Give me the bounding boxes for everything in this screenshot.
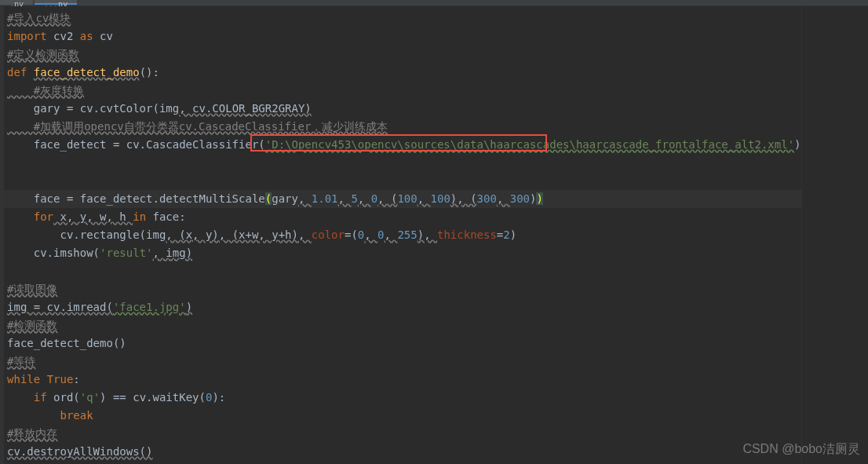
args: , (x, y) xyxy=(166,228,218,241)
comment: #导入cv模块 xyxy=(7,12,71,24)
kw-while: while xyxy=(7,373,47,385)
code: ord( xyxy=(47,391,80,404)
sep: , xyxy=(298,192,312,205)
sep: ), xyxy=(418,228,437,241)
sep: , xyxy=(418,192,431,205)
code: face = face_detect.detectMultiScale xyxy=(7,192,265,205)
indent xyxy=(7,409,60,422)
paren: ) xyxy=(794,138,801,151)
minimap[interactable] xyxy=(801,6,868,464)
iter: face: xyxy=(146,210,186,223)
alias-cv: cv xyxy=(93,30,113,42)
sep: , xyxy=(358,192,371,205)
kwarg-thickness: thickness xyxy=(437,228,497,241)
num: 1.01 xyxy=(312,192,338,205)
colon: : xyxy=(73,373,79,385)
comment: #灰度转换 xyxy=(7,84,84,97)
sep: , xyxy=(298,228,312,241)
code: ) == cv.waitKey( xyxy=(100,391,206,404)
call: cv.destroyAllWindows() xyxy=(7,445,152,458)
string: 'q' xyxy=(80,391,100,404)
num: 255 xyxy=(397,228,417,241)
code: face_detect = cv.CascadeClassifier( xyxy=(7,138,265,151)
code: , cv.COLOR_BGR2GRAY) xyxy=(179,102,312,115)
kwarg-color: color xyxy=(312,228,345,241)
paren: ) xyxy=(186,301,192,313)
paren: (): xyxy=(140,66,159,79)
num: 100 xyxy=(397,192,417,205)
comment: #加载调用opencv自带分类器cv.CascadeClassifier，减少训… xyxy=(7,120,388,133)
tab-file-2[interactable]: ...py xyxy=(35,0,77,5)
code: cv.imshow( xyxy=(7,247,100,259)
code: img = cv.imread( xyxy=(7,301,113,313)
func-name: face_detect_demo xyxy=(34,66,140,79)
args: , img) xyxy=(153,247,193,259)
arg: gary xyxy=(272,192,298,205)
sep: , xyxy=(364,228,377,241)
kw-true: True xyxy=(47,373,74,385)
comment: #释放内存 xyxy=(7,427,57,440)
kw-in: in xyxy=(133,210,146,223)
string: 'result' xyxy=(100,247,152,259)
paren-match: ( xyxy=(265,192,272,205)
kw-def: def xyxy=(7,66,34,79)
kw-for: for xyxy=(7,210,53,223)
comment: #定义检测函数 xyxy=(7,48,79,60)
args: , (x+w, y+h) xyxy=(219,228,298,241)
string: 'face1.jpg' xyxy=(113,301,186,313)
vars: x, y, w, h xyxy=(53,210,133,223)
tab-bar: .py ...py xyxy=(0,0,868,6)
code-area[interactable]: #导入cv模块 import cv2 as cv #定义检测函数 def fac… xyxy=(4,6,801,464)
comment: #读取图像 xyxy=(7,283,57,295)
paren: ) xyxy=(510,228,516,241)
num: 300 xyxy=(510,192,530,205)
sep: ), ( xyxy=(450,192,477,205)
num: 0 xyxy=(377,228,384,241)
num: 0 xyxy=(371,192,377,205)
num: 0 xyxy=(358,228,364,241)
num: 300 xyxy=(477,192,497,205)
num: 5 xyxy=(351,192,357,205)
comment: #检测函数 xyxy=(7,319,57,331)
sep: , xyxy=(385,228,398,241)
paren: ): xyxy=(212,391,225,404)
call: face_detect_demo() xyxy=(7,337,126,349)
kw-if: if xyxy=(7,391,47,404)
string-path: 'D:\Opencv453\opencv\sources\data\haarca… xyxy=(265,138,794,151)
sep: , ( xyxy=(377,192,397,205)
tab-file-1[interactable]: .py xyxy=(0,0,33,5)
kw-as: as xyxy=(80,30,93,42)
sep: , xyxy=(497,192,510,205)
num: 2 xyxy=(503,228,509,241)
mod-cv2: cv2 xyxy=(47,30,80,42)
kw-import: import xyxy=(7,30,47,42)
eq: =( xyxy=(345,228,358,241)
watermark: CSDN @bobo洁厕灵 xyxy=(742,441,860,458)
sep: , xyxy=(338,192,352,205)
comment: #等待 xyxy=(7,355,35,367)
code: cv.rectangle(img xyxy=(7,228,166,241)
editor: #导入cv模块 import cv2 as cv #定义检测函数 def fac… xyxy=(0,6,868,464)
code: gary = cv.cvtColor(img xyxy=(7,102,179,115)
kw-break: break xyxy=(60,409,93,422)
paren-match: ) xyxy=(536,192,542,205)
num: 100 xyxy=(431,192,450,205)
